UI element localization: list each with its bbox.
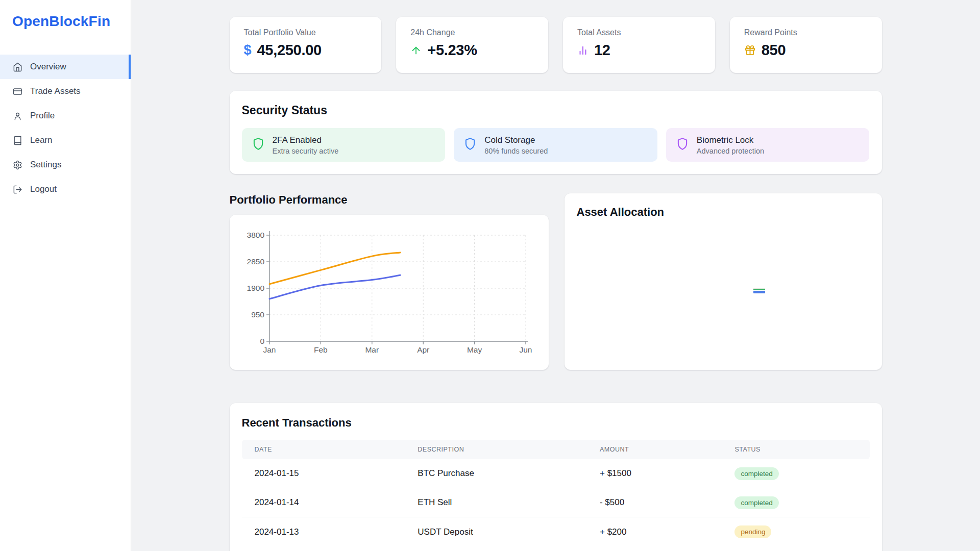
tx-description: USDT Deposit	[405, 527, 587, 537]
shield-icon	[252, 137, 265, 153]
portfolio-performance-chart-card: 0950190028503800JanFebMarAprMayJun	[230, 215, 549, 370]
sidebar-item-label: Learn	[30, 135, 52, 145]
svg-text:Mar: Mar	[365, 345, 379, 354]
dollar-icon: $	[244, 43, 252, 57]
column-header-amount: Amount	[587, 446, 722, 453]
security-status-card: Security Status 2FA Enabled Extra securi…	[230, 91, 882, 174]
security-item-subtitle: Extra security active	[273, 147, 339, 155]
sidebar-item-label: Settings	[30, 160, 61, 170]
status-badge: completed	[734, 467, 778, 480]
sidebar-item-profile[interactable]: Profile	[0, 104, 131, 128]
stat-card-reward-points: Reward Points 850	[730, 17, 882, 73]
sidebar-item-settings[interactable]: Settings	[0, 153, 131, 177]
svg-text:0: 0	[260, 337, 264, 345]
sidebar-item-learn[interactable]: Learn	[0, 128, 131, 153]
security-item-2fa: 2FA Enabled Extra security active	[242, 128, 446, 162]
tx-description: BTC Purchase	[405, 468, 587, 479]
transactions-table-header: Date Description Amount Status	[242, 440, 870, 459]
table-row: 2024-01-13 USDT Deposit + $200 pending	[242, 517, 870, 546]
security-item-title: Biometric Lock	[697, 135, 764, 145]
svg-text:1900: 1900	[247, 284, 264, 292]
arrow-up-icon	[410, 45, 422, 56]
table-row: 2024-01-14 ETH Sell - $500 completed	[242, 488, 870, 517]
main-content: Total Portfolio Value $ 45,250.00 24h Ch…	[131, 0, 980, 551]
credit-card-icon	[13, 87, 22, 96]
shield-icon	[676, 137, 689, 153]
svg-text:2850: 2850	[247, 257, 264, 266]
tx-date: 2024-01-15	[242, 468, 405, 479]
security-item-subtitle: Advanced protection	[697, 147, 764, 155]
sidebar-item-label: Overview	[30, 62, 66, 72]
table-row: 2024-01-15 BTC Purchase + $1500 complete…	[242, 459, 870, 488]
stat-value: 850	[762, 42, 786, 59]
portfolio-performance-title: Portfolio Performance	[230, 193, 549, 207]
app-logo: OpenBlockFin	[0, 0, 131, 30]
stat-card-total-assets: Total Assets 12	[563, 17, 715, 73]
dashboard-page: OpenBlockFin Overview Trade Assets Profi…	[0, 0, 980, 551]
svg-text:Apr: Apr	[417, 345, 429, 354]
recent-transactions-card: Recent Transactions Date Description Amo…	[230, 403, 882, 551]
tx-amount: + $200	[587, 527, 722, 537]
user-icon	[13, 111, 22, 121]
tx-date: 2024-01-14	[242, 497, 405, 508]
asset-allocation-title: Asset Allocation	[577, 206, 870, 219]
status-badge: pending	[734, 525, 771, 538]
gear-icon	[13, 160, 22, 170]
sidebar-item-logout[interactable]: Logout	[0, 177, 131, 202]
svg-text:950: 950	[251, 310, 264, 319]
sidebar-item-label: Trade Assets	[30, 86, 81, 96]
column-header-status: Status	[722, 446, 869, 453]
svg-text:3800: 3800	[247, 231, 264, 239]
logout-icon	[13, 185, 22, 194]
home-icon	[13, 62, 22, 72]
stat-label: Total Assets	[577, 28, 701, 37]
sidebar-item-trade-assets[interactable]: Trade Assets	[0, 79, 131, 104]
security-item-title: 2FA Enabled	[273, 135, 339, 145]
sidebar-nav: Overview Trade Assets Profile Learn	[0, 55, 131, 202]
asset-allocation-chart	[753, 288, 765, 293]
tx-description: ETH Sell	[405, 497, 587, 508]
asset-allocation-card: Asset Allocation	[565, 193, 882, 370]
svg-text:Feb: Feb	[314, 345, 328, 354]
shield-icon	[463, 137, 477, 153]
svg-text:Jan: Jan	[263, 345, 276, 354]
tx-date: 2024-01-13	[242, 527, 405, 537]
stat-cards-row: Total Portfolio Value $ 45,250.00 24h Ch…	[230, 17, 882, 73]
sidebar-item-label: Logout	[30, 184, 57, 194]
sidebar-item-overview[interactable]: Overview	[0, 55, 131, 79]
tx-amount: - $500	[587, 497, 722, 508]
security-status-title: Security Status	[242, 104, 870, 117]
stat-value: +5.23%	[427, 42, 477, 59]
status-badge: completed	[734, 496, 778, 509]
gift-icon	[744, 44, 756, 56]
security-item-title: Cold Storage	[484, 135, 548, 145]
security-item-biometric: Biometric Lock Advanced protection	[666, 128, 870, 162]
stat-card-total-portfolio-value: Total Portfolio Value $ 45,250.00	[230, 17, 382, 73]
book-icon	[13, 136, 22, 145]
svg-text:Jun: Jun	[519, 345, 532, 354]
tx-amount: + $1500	[587, 468, 722, 479]
stat-value: 12	[594, 42, 610, 59]
stat-card-24h-change: 24h Change +5.23%	[396, 17, 548, 73]
column-header-date: Date	[242, 446, 405, 453]
sidebar: OpenBlockFin Overview Trade Assets Profi…	[0, 0, 131, 551]
portfolio-performance-chart: 0950190028503800JanFebMarAprMayJun	[235, 224, 541, 364]
svg-text:May: May	[467, 345, 482, 354]
stat-label: Total Portfolio Value	[244, 28, 368, 37]
column-header-description: Description	[405, 446, 587, 453]
stat-label: 24h Change	[410, 28, 534, 37]
recent-transactions-title: Recent Transactions	[242, 416, 870, 430]
transactions-table: Date Description Amount Status 2024-01-1…	[242, 440, 870, 546]
stat-value: 45,250.00	[257, 42, 322, 59]
security-item-subtitle: 80% funds secured	[484, 147, 548, 155]
security-item-cold-storage: Cold Storage 80% funds secured	[454, 128, 657, 162]
stat-label: Reward Points	[744, 28, 868, 37]
bar-chart-icon	[577, 45, 589, 56]
sidebar-item-label: Profile	[30, 111, 55, 121]
